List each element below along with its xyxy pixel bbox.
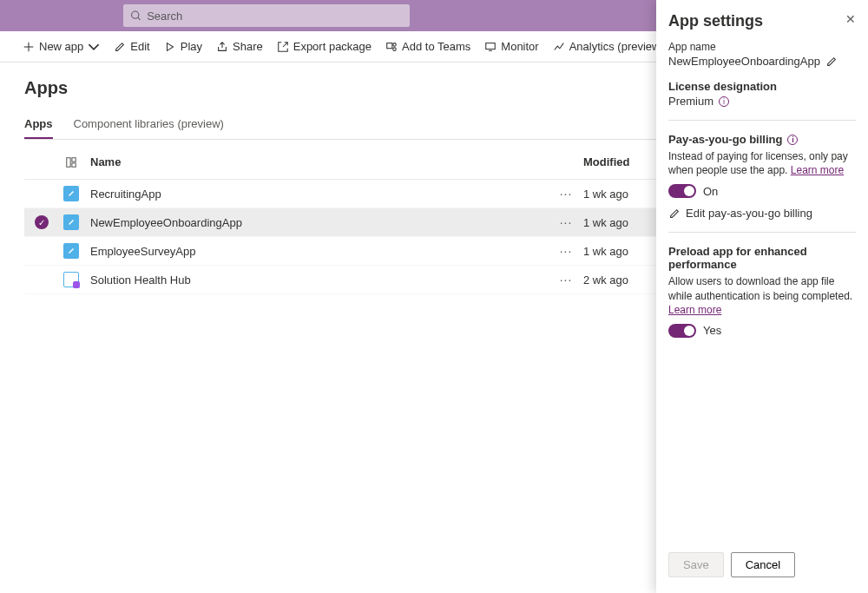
- svg-line-1: [138, 17, 140, 19]
- tab-apps[interactable]: Apps: [24, 112, 53, 139]
- preload-title: Preload app for enhanced performance: [668, 245, 856, 271]
- cancel-button[interactable]: Cancel: [731, 552, 795, 577]
- teams-icon: [385, 41, 398, 53]
- share-button[interactable]: Share: [211, 36, 268, 56]
- app-name-cell: EmployeeSurveyApp: [83, 245, 549, 258]
- payg-toggle[interactable]: [668, 184, 696, 198]
- teams-button[interactable]: Add to Teams: [380, 36, 476, 56]
- search-icon: [130, 10, 141, 22]
- preload-desc: Allow users to download the app file whi…: [668, 275, 852, 301]
- app-type-icon: [63, 186, 79, 201]
- svg-rect-7: [387, 43, 392, 48]
- export-button[interactable]: Export package: [272, 36, 377, 56]
- more-actions-button[interactable]: ···: [560, 215, 573, 229]
- svg-rect-10: [486, 43, 496, 49]
- monitor-button[interactable]: Monitor: [479, 36, 543, 56]
- col-name-header[interactable]: Name: [83, 155, 549, 168]
- preload-toggle-label: Yes: [703, 324, 721, 337]
- monitor-icon: [484, 41, 496, 53]
- svg-rect-15: [72, 162, 76, 166]
- chevron-down-icon: [88, 41, 100, 53]
- info-icon[interactable]: i: [719, 96, 729, 107]
- pencil-icon: [114, 41, 126, 53]
- check-icon: ✓: [35, 215, 49, 229]
- chart-icon: [553, 41, 565, 53]
- pencil-icon: [668, 208, 681, 220]
- share-icon: [216, 41, 228, 53]
- learn-more-link[interactable]: Learn more: [668, 304, 721, 316]
- app-name-cell: Solution Health Hub: [83, 273, 549, 287]
- svg-point-9: [393, 47, 397, 50]
- export-icon: [277, 41, 289, 53]
- play-button[interactable]: Play: [159, 36, 207, 56]
- info-icon[interactable]: i: [787, 135, 798, 145]
- license-value: Premium: [668, 95, 713, 108]
- analytics-button[interactable]: Analytics (preview): [548, 36, 669, 56]
- payg-title: Pay-as-you-go billing: [668, 133, 782, 146]
- new-app-button[interactable]: New app: [17, 36, 105, 56]
- search-box[interactable]: [123, 4, 410, 27]
- app-name-value: NewEmployeeOnboardingApp: [668, 55, 820, 68]
- more-actions-button[interactable]: ···: [560, 187, 573, 201]
- play-icon: [164, 41, 176, 53]
- app-name-label: App name: [668, 41, 856, 53]
- edit-app-name-icon[interactable]: [825, 56, 838, 68]
- app-name-cell: RecruitingApp: [83, 188, 549, 201]
- edit-payg-button[interactable]: Edit pay-as-you-go billing: [668, 207, 856, 220]
- more-actions-button[interactable]: ···: [560, 244, 573, 258]
- plus-icon: [23, 41, 35, 53]
- app-type-icon: [63, 214, 79, 230]
- layout-icon[interactable]: [59, 156, 83, 168]
- app-type-icon: [63, 243, 79, 259]
- svg-point-8: [393, 43, 397, 46]
- learn-more-link[interactable]: Learn more: [791, 164, 844, 176]
- svg-rect-13: [67, 157, 70, 167]
- edit-button[interactable]: Edit: [108, 36, 155, 56]
- preload-toggle[interactable]: [668, 324, 696, 338]
- app-settings-panel: App settings ✕ App name NewEmployeeOnboa…: [656, 0, 868, 593]
- app-type-icon: [63, 272, 79, 287]
- payg-toggle-label: On: [703, 185, 718, 198]
- close-button[interactable]: ✕: [845, 12, 856, 26]
- more-actions-button[interactable]: ···: [560, 273, 573, 287]
- tab-component-libraries[interactable]: Component libraries (preview): [74, 112, 224, 139]
- svg-point-0: [132, 11, 139, 18]
- license-label: License designation: [668, 80, 856, 93]
- search-input[interactable]: [147, 10, 403, 23]
- svg-rect-14: [72, 157, 76, 161]
- save-button[interactable]: Save: [668, 552, 724, 577]
- app-name-cell: NewEmployeeOnboardingApp: [83, 216, 549, 229]
- panel-footer: Save Cancel: [656, 544, 868, 593]
- panel-title: App settings: [668, 12, 763, 30]
